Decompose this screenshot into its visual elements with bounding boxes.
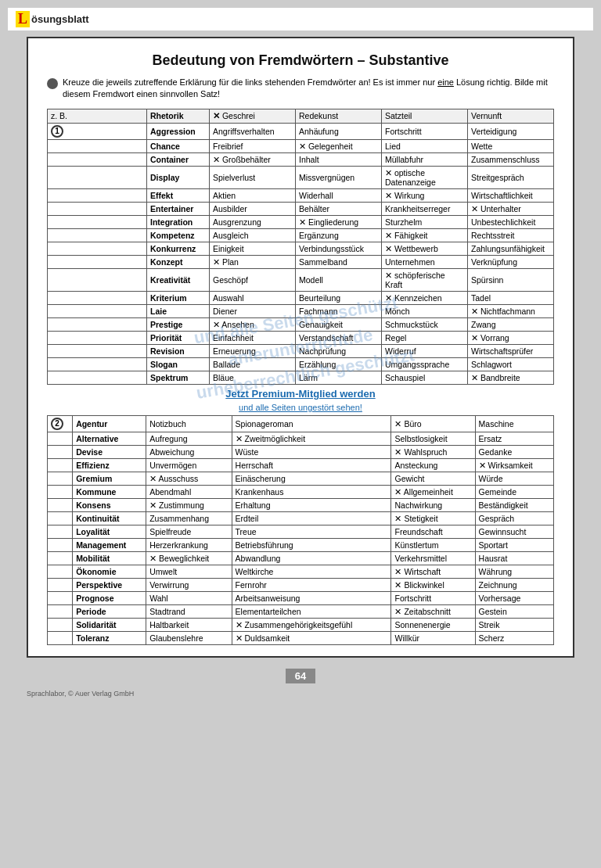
- word-cell: Kreativität: [147, 268, 210, 291]
- table-row: Container✕ GroßbehälterInhaltMüllabfuhrZ…: [48, 152, 554, 166]
- word-cell: Toleranz: [73, 631, 146, 644]
- section-num: [48, 551, 73, 565]
- option-cell: Gestein: [475, 604, 553, 618]
- table-row: KreativitätGeschöpfModell✕ schöpferische…: [48, 268, 554, 291]
- word-cell: Revision: [147, 344, 210, 357]
- page-number: 64: [286, 669, 315, 683]
- option-cell: Geschöpf: [210, 268, 296, 291]
- option-cell: Schlagwort: [468, 357, 554, 371]
- option-cell: Sonnenenergie: [391, 618, 475, 631]
- section-num: [48, 371, 147, 384]
- option-cell: Unbestechlichkeit: [468, 215, 554, 228]
- option-cell: Einigkeit: [210, 242, 296, 255]
- section-num: [48, 166, 147, 188]
- section-num: [48, 472, 73, 485]
- option-cell: Verknüpfung: [468, 255, 554, 268]
- section-num: [48, 255, 147, 268]
- word-cell: Perspektive: [73, 578, 146, 591]
- section-num: [48, 498, 73, 511]
- table-row: LaieDienerFachmannMönch✕ Nichtfachmann: [48, 304, 554, 317]
- option-cell: Herrschaft: [232, 458, 391, 472]
- word-cell: Slogan: [147, 357, 210, 371]
- table-row: IntegrationAusgrenzung✕ EingliederungStu…: [48, 215, 554, 228]
- example-col4: Vernunft: [468, 109, 554, 123]
- option-cell: Haltbarkeit: [146, 618, 232, 631]
- option-cell: ✕ Beweglichkeit: [146, 551, 232, 565]
- option-cell: ✕ Kennzeichen: [382, 291, 468, 304]
- option-cell: Lärm: [296, 371, 382, 384]
- option-cell: Aktien: [210, 188, 296, 202]
- option-cell: Ersatz: [475, 432, 553, 445]
- option-cell: Angriffsverhalten: [210, 123, 296, 139]
- word-cell: Loyalität: [73, 525, 146, 538]
- word-cell: Container: [147, 152, 210, 166]
- section-num: [48, 445, 73, 458]
- example-col1: ✕ Geschrei: [210, 109, 296, 123]
- option-cell: Spielfreude: [146, 525, 232, 538]
- option-cell: Gewinnsucht: [475, 525, 553, 538]
- logo-l: L: [16, 11, 30, 27]
- table-row: LoyalitätSpielfreudeTreueFreundschaftGew…: [48, 525, 554, 538]
- page-wrapper: L ösungsblatt und alle Seiten geschützt …: [0, 0, 601, 868]
- option-cell: Verteidigung: [468, 123, 554, 139]
- option-cell: ✕ schöpferische Kraft: [382, 268, 468, 291]
- table-row: Gremium✕ AusschussEinäscherungGewichtWür…: [48, 472, 554, 485]
- example-label: z. B.: [48, 109, 147, 123]
- option-cell: Sammelband: [296, 255, 382, 268]
- word-cell: Prognose: [73, 591, 146, 604]
- option-cell: ✕ Wirkung: [382, 188, 468, 202]
- option-cell: ✕ Ausschuss: [146, 472, 232, 485]
- option-cell: ✕ optische Datenanzeige: [382, 166, 468, 188]
- option-cell: Verbindungsstück: [296, 242, 382, 255]
- section-num: [48, 228, 147, 242]
- option-cell: Notizbuch: [146, 415, 232, 432]
- word-cell: Prestige: [147, 317, 210, 331]
- option-cell: ✕ Fähigkeit: [382, 228, 468, 242]
- table-row: Konsens✕ ZustimmungErhaltungNachwirkungB…: [48, 498, 554, 511]
- table-row: PrognoseWahlArbeitsanweisungFortschrittV…: [48, 591, 554, 604]
- option-cell: Lied: [382, 139, 468, 152]
- word-cell: Aggression: [147, 123, 210, 139]
- example-col2: Redekunst: [296, 109, 382, 123]
- example-word: Rhetorik: [147, 109, 210, 123]
- option-cell: ✕ Zustimmung: [146, 498, 232, 511]
- table-row: Konzept✕ PlanSammelbandUnternehmenVerknü…: [48, 255, 554, 268]
- premium-sub: und alle Seiten ungestört sehen!: [47, 403, 554, 412]
- option-cell: ✕ Blickwinkel: [391, 578, 475, 591]
- option-cell: Betriebsführung: [232, 538, 391, 551]
- option-cell: Zwang: [468, 317, 554, 331]
- option-cell: Zusammenschluss: [468, 152, 554, 166]
- option-cell: Sportart: [475, 538, 553, 551]
- option-cell: ✕ Vorrang: [468, 331, 554, 344]
- table-row: SloganBalladeErzählungUmgangsspracheSchl…: [48, 357, 554, 371]
- option-cell: Verstandschaft: [296, 331, 382, 344]
- table-row: ChanceFreibrief✕ GelegenheitLiedWette: [48, 139, 554, 152]
- option-cell: Weltkirche: [232, 565, 391, 578]
- table-row: 2AgenturNotizbuchSpionageroman✕ BüroMasc…: [48, 415, 554, 432]
- instruction-text: Kreuze die jeweils zutreffende Erklärung…: [63, 77, 554, 101]
- table-row: KonkurrenzEinigkeitVerbindungsstück✕ Wet…: [48, 242, 554, 255]
- example-row: z. B. Rhetorik ✕ Geschrei Redekunst Satz…: [48, 109, 554, 123]
- option-cell: Tadel: [468, 291, 554, 304]
- table-row: KommuneAbendmahlKrankenhaus✕ Allgemeinhe…: [48, 485, 554, 498]
- word-cell: Integration: [147, 215, 210, 228]
- table-row: AlternativeAufregung✕ ZweitmöglichkeitSe…: [48, 432, 554, 445]
- option-cell: Maschine: [475, 415, 553, 432]
- option-cell: Einäscherung: [232, 472, 391, 485]
- word-cell: Spektrum: [147, 371, 210, 384]
- option-cell: Inhalt: [296, 152, 382, 166]
- option-cell: Modell: [296, 268, 382, 291]
- option-cell: Elementarteilchen: [232, 604, 391, 618]
- option-cell: Selbstlosigkeit: [391, 432, 475, 445]
- word-cell: Effizienz: [73, 458, 146, 472]
- example-col3: Satzteil: [382, 109, 468, 123]
- option-cell: Erneuerung: [210, 344, 296, 357]
- instruction-bullet: [47, 78, 58, 89]
- section-num: [48, 511, 73, 525]
- table-row: PeriodeStadtrandElementarteilchen✕ Zeita…: [48, 604, 554, 618]
- option-cell: Krankheitserreger: [382, 202, 468, 215]
- section-num: [48, 618, 73, 631]
- option-cell: Erhaltung: [232, 498, 391, 511]
- main-page: und alle Seiten geschützt anlerunterrich…: [27, 37, 574, 658]
- option-cell: Vorhersage: [475, 591, 553, 604]
